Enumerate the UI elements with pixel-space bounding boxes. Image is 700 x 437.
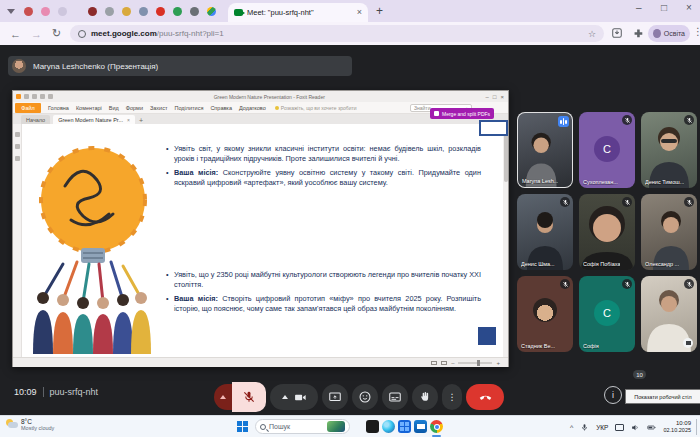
meeting-code: puu-srfq-nht [50,387,99,397]
mic-muted-button[interactable] [232,382,266,412]
bookmarks-panel-icon[interactable] [15,132,20,137]
fit-page-view-icon[interactable] [441,361,447,365]
participant-tile[interactable]: Денис Шма... [517,194,573,270]
doc-tab-add-icon[interactable]: + [139,117,143,124]
present-screen-button[interactable] [322,384,348,410]
address-bar[interactable]: meet.google.com/puu-srfq-nht?pli=1 ☆ [70,25,604,42]
foxit-minimize-icon[interactable]: – [486,94,489,100]
raise-hand-button[interactable] [412,384,438,410]
reload-icon[interactable]: ↻ [52,27,61,40]
ribbon-tab[interactable]: Справка [210,105,232,111]
pinned-tab[interactable] [139,7,148,16]
tab-search-chevron-icon[interactable] [7,9,15,14]
participant-tile[interactable]: Стадник Ве... [517,276,573,352]
taskbar-clock[interactable]: 10:09 02.10.2025 [663,420,691,434]
pinned-tab[interactable] [207,7,216,16]
show-desktop-button[interactable] [696,419,698,435]
ribbon-tab[interactable]: Вид [109,105,119,111]
end-call-button[interactable] [466,384,504,410]
foxit-maximize-icon[interactable]: □ [493,94,497,100]
foxit-scrollbar[interactable] [503,124,508,357]
merge-split-promo-banner[interactable]: Merge and split PDFs [430,108,494,119]
mic-options-chevron[interactable] [214,384,232,410]
meeting-details-button[interactable]: i [604,386,622,404]
window-minimize-button[interactable]: – [636,2,642,13]
mic-muted-icon [622,115,632,125]
participant-tile[interactable]: Олександр ... [641,194,697,270]
participant-tile[interactable]: C Сухоплезан... [579,112,635,188]
tab-close-icon[interactable]: × [357,8,362,17]
zoom-slider[interactable] [458,362,492,364]
pinned-tab[interactable] [122,7,131,16]
tell-me-box[interactable]: Розкажіть, що ви хочете зробити [275,105,357,111]
undo-icon[interactable] [40,94,45,99]
chrome-icon[interactable] [430,420,443,433]
participant-tile[interactable] [641,276,697,352]
foxit-file-tab[interactable]: Файл [15,103,41,113]
camera-options-chevron[interactable] [282,395,288,399]
pinned-tab[interactable] [173,7,182,16]
window-close-button[interactable]: × [686,2,692,13]
browser-menu-icon[interactable]: ⋮ [693,26,700,37]
reactions-button[interactable] [352,384,378,410]
browser-profile-button[interactable]: Освіта [648,25,690,42]
battery-tray-icon[interactable] [647,423,656,432]
doc-tab-start[interactable]: Начало [21,115,50,124]
camera-button-group[interactable] [270,384,318,410]
bookmark-star-icon[interactable]: ☆ [588,29,596,39]
participant-tile[interactable]: C Софія [579,276,635,352]
foxit-close-icon[interactable]: × [500,94,504,100]
save-share-icon[interactable] [610,26,624,40]
language-indicator[interactable]: УКР [596,424,608,431]
display-tray-icon[interactable] [615,424,624,431]
ribbon-tab[interactable]: Додатково [239,105,266,111]
single-page-view-icon[interactable] [431,361,437,365]
site-info-icon[interactable] [78,30,86,38]
pinned-tab[interactable] [156,7,165,16]
store-icon[interactable] [398,420,411,433]
zoom-out-icon[interactable]: – [451,360,454,366]
participant-tile[interactable]: Maryna Lesh... [517,112,573,188]
print-icon[interactable] [32,94,37,99]
taskbar-search[interactable]: Пошук [255,419,350,434]
participant-tile[interactable]: Софія Побіаха [579,194,635,270]
search-highlight-image[interactable] [327,421,345,432]
doc-tab-file[interactable]: Green Modern Nature Pr... × [53,115,135,124]
pinned-tab[interactable] [105,7,114,16]
pinned-tab[interactable] [88,7,97,16]
ribbon-tab[interactable]: Коментарі [76,105,102,111]
forward-icon[interactable]: → [31,28,42,40]
new-tab-button[interactable]: + [376,4,383,18]
mail-icon[interactable] [414,420,427,433]
participant-tile[interactable]: Денис Тимош... [641,112,697,188]
back-icon[interactable]: ← [10,28,21,40]
ribbon-tab[interactable]: Головна [48,105,69,111]
tray-overflow-chevron-icon[interactable]: ^ [570,424,573,431]
volume-tray-icon[interactable] [631,423,640,432]
weather-widget[interactable]: 8°C Mostly cloudy [5,418,54,431]
window-maximize-button[interactable]: □ [661,2,667,13]
pinned-tab[interactable] [58,7,67,16]
edge-icon[interactable] [382,420,395,433]
ribbon-tab[interactable]: Захист [150,105,167,111]
start-button[interactable] [237,421,248,432]
active-tab[interactable]: Meet: "puu-srfq-nht" × [228,3,368,22]
ribbon-tab[interactable]: Поділитися [174,105,203,111]
foxit-left-panel [13,124,22,357]
taskbar-app-icon[interactable] [366,420,379,433]
selection-popup[interactable] [479,120,508,136]
tray-mic-icon[interactable] [580,423,589,432]
pinned-tab[interactable] [41,7,50,16]
zoom-in-icon[interactable]: + [496,360,500,366]
extensions-icon[interactable] [631,26,645,40]
captions-button[interactable] [382,384,408,410]
ribbon-tab[interactable]: Форми [126,105,143,111]
pinned-tab[interactable] [190,7,199,16]
attachments-panel-icon[interactable] [15,156,20,161]
pages-panel-icon[interactable] [15,144,20,149]
meet-favicon-icon [234,9,243,16]
pinned-tab[interactable] [24,7,33,16]
more-options-button[interactable]: ⋮ [442,384,462,410]
doc-tab-close-icon[interactable]: × [127,117,130,123]
save-icon[interactable] [24,94,29,99]
